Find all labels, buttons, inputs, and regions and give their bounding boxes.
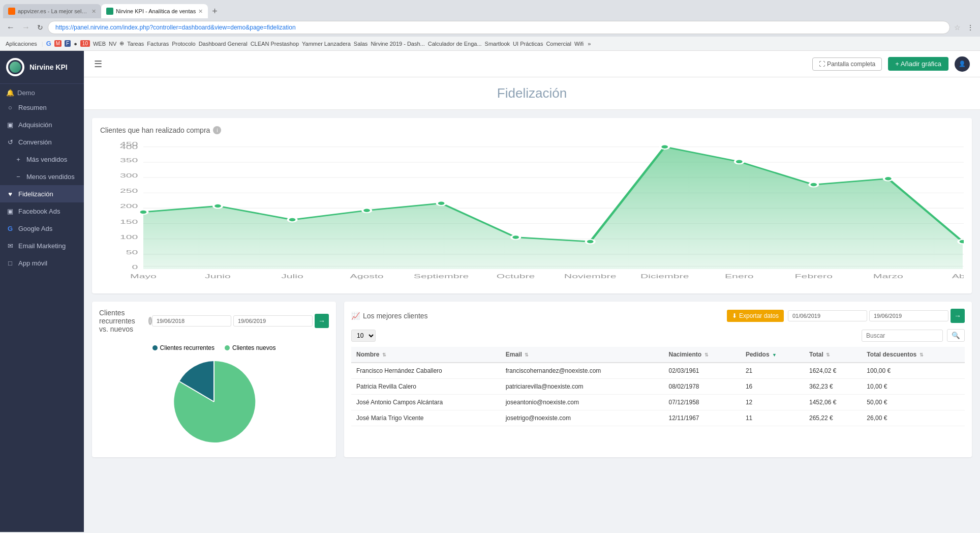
sidebar-label-adquisicion: Adquisición xyxy=(18,121,52,129)
col-descuentos: Total descuentos ⇅ xyxy=(862,347,965,363)
bookmark-ui-practicas[interactable]: UI Prácticas xyxy=(513,41,543,47)
best-clients-controls: ⬇ Exportar datos → xyxy=(727,309,965,323)
sidebar-item-email-marketing[interactable]: ✉ Email Marketing xyxy=(0,237,84,254)
add-chart-button[interactable]: + Añadir gráfica xyxy=(888,57,948,71)
best-clients-table: Nombre ⇅ Email ⇅ Nacimiento ⇅ xyxy=(351,347,965,426)
bookmark-yammer[interactable]: Yammer Lanzadera xyxy=(302,41,351,47)
bookmark-dashboard-general[interactable]: Dashboard General xyxy=(199,41,248,47)
sidebar-label-fidelizacion: Fidelización xyxy=(18,190,53,198)
search-input[interactable] xyxy=(862,330,943,342)
chart-main-container: 0 50 100 150 200 250 300 350 400 450 xyxy=(100,141,964,285)
bookmark-smartlook[interactable]: Smartlook xyxy=(485,41,510,47)
svg-point-27 xyxy=(660,144,669,149)
pie-chart-title: Clientes recurrentes vs. nuevos i xyxy=(99,309,152,333)
bookmark-comercial[interactable]: Comercial xyxy=(546,41,571,47)
user-avatar[interactable]: 👤 xyxy=(955,56,970,72)
top-bar: ☰ ⛶ Pantalla completa + Añadir gráfica 👤 xyxy=(84,51,980,77)
fidelizacion-icon: ♥ xyxy=(6,190,14,198)
col-email: Email ⇅ xyxy=(501,347,664,363)
bookmark-salas[interactable]: Salas xyxy=(354,41,368,47)
url-input[interactable] xyxy=(48,21,950,34)
bookmark-dot[interactable]: ● xyxy=(74,41,77,47)
bookmarks-bar: Aplicaciones | G M F ● 10 WEB NV ⊕ Tarea… xyxy=(0,37,980,51)
table-row: Francisco Hernández Caballero franciscoh… xyxy=(351,363,965,379)
sidebar-item-fidelizacion[interactable]: ♥ Fidelización xyxy=(0,185,84,202)
bookmark-facturas[interactable]: Facturas xyxy=(147,41,169,47)
bookmark-aplicaciones[interactable]: Aplicaciones xyxy=(4,40,39,47)
svg-point-29 xyxy=(809,183,818,187)
bookmark-gmail[interactable]: M xyxy=(54,40,62,47)
tab-nirvine-close[interactable]: ✕ xyxy=(198,8,203,15)
table-row: José Antonio Campos Alcántara joseantoni… xyxy=(351,395,965,410)
pie-go-button[interactable]: → xyxy=(315,314,329,328)
sidebar: Nirvine KPI 🔔 Demo ○ Resumen ▣ Adquisici… xyxy=(0,51,84,532)
best-clients-date-from[interactable] xyxy=(788,310,867,321)
tab-appvizer-close[interactable]: ✕ xyxy=(91,8,96,15)
tab-appvizer[interactable]: appvizer.es - La mejor selección... ✕ xyxy=(3,4,101,18)
main-chart-card: Clientes que han realizado compra i xyxy=(92,118,972,293)
bookmark-wifi[interactable]: Wifi xyxy=(574,41,584,47)
search-button[interactable]: 🔍 xyxy=(947,329,965,342)
reload-button[interactable]: ↻ xyxy=(35,22,46,33)
sidebar-label-resumen: Resumen xyxy=(18,104,47,111)
sort-email-icon[interactable]: ⇅ xyxy=(525,352,529,358)
bookmark-more[interactable]: » xyxy=(588,41,591,47)
best-clients-card: 📈 Los mejores clientes ⬇ Exportar datos xyxy=(344,302,972,457)
browser-menu-icon[interactable]: ⋮ xyxy=(965,22,976,33)
svg-text:Junio: Junio xyxy=(205,274,231,280)
logo-inner xyxy=(8,60,22,74)
sidebar-item-google-ads[interactable]: G Google Ads xyxy=(0,220,84,237)
bookmark-fb[interactable]: F xyxy=(65,40,71,47)
col-nacimiento: Nacimiento ⇅ xyxy=(663,347,740,363)
pie-date-to[interactable] xyxy=(233,315,313,327)
chart-main-title-text: Clientes que han realizado compra xyxy=(100,126,210,134)
cell-pedidos: 12 xyxy=(741,395,804,410)
sidebar-item-conversion[interactable]: ↺ Conversión xyxy=(0,133,84,151)
star-icon[interactable]: ☆ xyxy=(952,22,963,33)
sidebar-item-adquisicion[interactable]: ▣ Adquisición xyxy=(0,116,84,133)
export-button[interactable]: ⬇ Exportar datos xyxy=(727,310,784,322)
sort-total-icon[interactable]: ⇅ xyxy=(826,352,830,358)
bookmark-calculador[interactable]: Calculador de Enga... xyxy=(428,41,482,47)
cell-descuentos: 50,00 € xyxy=(862,395,965,410)
fullscreen-button[interactable]: ⛶ Pantalla completa xyxy=(812,57,882,71)
bookmark-clean-prestashop[interactable]: CLEAN Prestashop xyxy=(251,41,299,47)
sidebar-item-app-movil[interactable]: □ App móvil xyxy=(0,254,84,272)
sidebar-item-resumen[interactable]: ○ Resumen xyxy=(0,99,84,116)
bookmark-web[interactable]: WEB xyxy=(93,41,106,47)
back-button[interactable]: ← xyxy=(4,22,17,33)
page-size-select[interactable]: 10 25 50 xyxy=(351,330,376,342)
bookmark-10[interactable]: 10 xyxy=(80,40,90,47)
hamburger-icon[interactable]: ☰ xyxy=(94,58,102,70)
tab-nirvine[interactable]: Nirvine KPI - Analítica de ventas ✕ xyxy=(101,4,208,18)
pie-date-from[interactable] xyxy=(152,315,231,327)
best-clients-go-button[interactable]: → xyxy=(951,309,965,323)
bookmark-nv[interactable]: NV xyxy=(109,41,116,47)
conversion-icon: ↺ xyxy=(6,138,14,146)
bookmark-g[interactable]: G xyxy=(46,40,51,47)
bookmark-pin[interactable]: ⊕ xyxy=(119,40,124,47)
sort-pedidos-icon[interactable]: ▼ xyxy=(772,352,777,358)
new-tab-button[interactable]: + xyxy=(208,4,222,18)
svg-text:300: 300 xyxy=(120,172,138,179)
sort-descuentos-icon[interactable]: ⇅ xyxy=(920,352,924,358)
bookmark-nirvine-dash[interactable]: Nirvine 2019 - Dash... xyxy=(371,41,424,47)
bookmark-tareas[interactable]: Tareas xyxy=(127,41,144,47)
forward-button[interactable]: → xyxy=(19,22,33,33)
cell-email: franciscohernandez@noexiste.com xyxy=(501,363,664,379)
sidebar-item-mas-vendidos[interactable]: + Más vendidos xyxy=(0,151,84,168)
svg-text:Febrero: Febrero xyxy=(795,274,833,280)
legend-nuevos: Clientes nuevos xyxy=(225,344,275,351)
chart-main-info-icon[interactable]: i xyxy=(213,126,221,134)
sort-nacimiento-icon[interactable]: ⇅ xyxy=(705,352,709,358)
pie-chart-info-icon[interactable]: i xyxy=(148,317,152,325)
bookmark-protocolo[interactable]: Protocolo xyxy=(172,41,195,47)
cell-nombre: Francisco Hernández Caballero xyxy=(351,363,501,379)
sidebar-item-menos-vendidos[interactable]: − Menos vendidos xyxy=(0,168,84,185)
svg-point-25 xyxy=(511,235,520,240)
sidebar-item-facebook-ads[interactable]: ▣ Facebook Ads xyxy=(0,202,84,220)
svg-text:Noviembre: Noviembre xyxy=(564,274,617,280)
cell-pedidos: 16 xyxy=(741,379,804,395)
sort-nombre-icon[interactable]: ⇅ xyxy=(382,352,386,358)
best-clients-date-to[interactable] xyxy=(869,310,948,321)
